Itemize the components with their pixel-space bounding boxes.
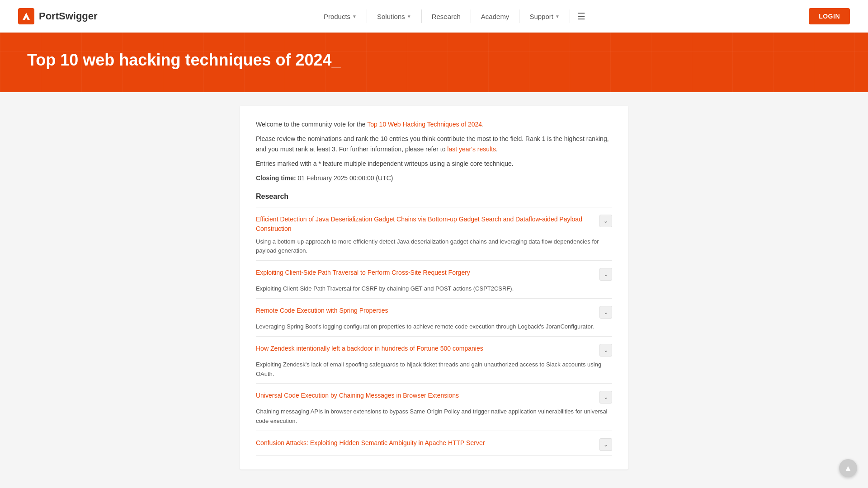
list-item: Remote Code Execution with Spring Proper… [256,298,612,336]
intro-paragraph-2: Please review the nominations and rank t… [256,134,612,154]
entry-header-3: How Zendesk intentionally left a backdoo… [256,344,612,357]
hamburger-icon[interactable]: ☰ [572,11,591,22]
entry-header-0: Efficient Detection of Java Deserializat… [256,215,612,234]
nav-solutions[interactable]: Solutions ▼ [369,0,420,33]
chevron-down-icon: ▼ [407,14,411,19]
entries-list: Efficient Detection of Java Deserializat… [256,207,612,456]
entry-header-1: Exploiting Client-Side Path Traversal to… [256,268,612,281]
nav-divider-2 [421,9,422,23]
nav-research[interactable]: Research [424,0,469,33]
hero-banner: Top 10 web hacking techniques of 2024 [0,33,868,92]
entry-title-1[interactable]: Exploiting Client-Side Path Traversal to… [256,268,594,277]
top10-link[interactable]: Top 10 Web Hacking Techniques of 2024 [367,121,482,128]
main-nav: Products ▼ Solutions ▼ Research Academy … [316,0,591,33]
chevron-down-icon: ▼ [555,14,560,19]
entries-note: Entries marked with a * feature multiple… [256,159,612,169]
list-item: Confusion Attacks: Exploiting Hidden Sem… [256,431,612,456]
entry-toggle-5[interactable]: ⌄ [599,438,612,451]
entry-desc-1: Exploiting Client-Side Path Traversal fo… [256,284,612,294]
entry-desc-0: Using a bottom-up approach to more effic… [256,237,612,256]
entry-title-3[interactable]: How Zendesk intentionally left a backdoo… [256,344,594,353]
scroll-to-top-button[interactable]: ▲ [839,459,857,477]
nav-divider-5 [570,9,570,23]
nav-support[interactable]: Support ▼ [521,0,567,33]
entry-desc-3: Exploiting Zendesk's lack of email spoof… [256,360,612,379]
entry-toggle-4[interactable]: ⌄ [599,391,612,404]
nav-academy[interactable]: Academy [473,0,518,33]
nav-divider-4 [519,9,519,23]
entry-toggle-2[interactable]: ⌄ [599,306,612,319]
closing-time: Closing time: 01 February 2025 00:00:00 … [256,174,612,182]
entry-toggle-3[interactable]: ⌄ [599,344,612,357]
list-item: How Zendesk intentionally left a backdoo… [256,336,612,384]
main-content: Welcome to the community vote for the To… [231,106,637,469]
entry-header-5: Confusion Attacks: Exploiting Hidden Sem… [256,438,612,451]
intro-paragraph-1: Welcome to the community vote for the To… [256,119,612,129]
entry-title-2[interactable]: Remote Code Execution with Spring Proper… [256,306,594,315]
logo-text: PortSwigger [39,10,98,22]
last-year-link[interactable]: last year's results [447,145,496,153]
list-item: Exploiting Client-Side Path Traversal to… [256,260,612,298]
nav-divider-1 [367,9,367,23]
entry-header-4: Universal Code Execution by Chaining Mes… [256,391,612,404]
content-card: Welcome to the community vote for the To… [240,106,628,469]
chevron-down-icon: ▼ [352,14,357,19]
entry-title-5[interactable]: Confusion Attacks: Exploiting Hidden Sem… [256,438,594,448]
logo-area: PortSwigger [18,8,98,24]
section-research-heading: Research [256,192,612,201]
entry-desc-4: Chaining messaging APIs in browser exten… [256,407,612,426]
login-button[interactable]: LOGIN [809,8,850,24]
header: PortSwigger Products ▼ Solutions ▼ Resea… [0,0,868,33]
entry-toggle-0[interactable]: ⌄ [599,215,612,227]
entry-desc-2: Leveraging Spring Boot's logging configu… [256,322,612,332]
entry-toggle-1[interactable]: ⌄ [599,268,612,281]
entry-title-4[interactable]: Universal Code Execution by Chaining Mes… [256,391,594,400]
portswigger-logo-icon [18,8,34,24]
entry-header-2: Remote Code Execution with Spring Proper… [256,306,612,319]
list-item: Efficient Detection of Java Deserializat… [256,207,612,261]
page-title: Top 10 web hacking techniques of 2024 [27,51,341,70]
list-item: Universal Code Execution by Chaining Mes… [256,383,612,431]
nav-divider-3 [471,9,471,23]
entry-title-0[interactable]: Efficient Detection of Java Deserializat… [256,215,594,234]
nav-products[interactable]: Products ▼ [316,0,365,33]
